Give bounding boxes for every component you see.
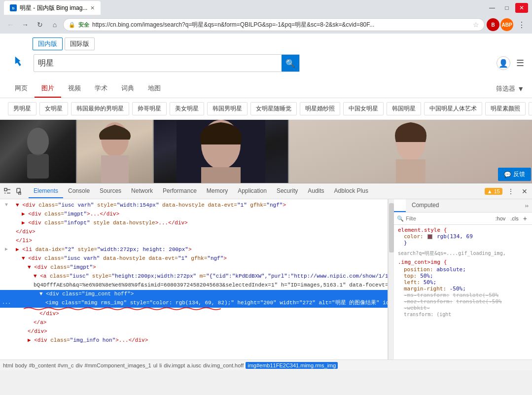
tab-sources[interactable]: Sources <box>95 184 126 198</box>
code-line-6[interactable]: ▶ ▶ <li data-idx="2" style="width:272px;… <box>0 246 388 254</box>
breadcrumb-vm-c[interactable]: #vm_c <box>58 362 73 368</box>
category-tag-9[interactable]: 韩国明星 <box>387 102 421 115</box>
category-tag-10[interactable]: 中国明星人体艺术 <box>424 102 482 115</box>
browser-tab[interactable]: b 明星 - 国内版 Bing imag... ✕ <box>4 1 101 15</box>
tab-memory[interactable]: Memory <box>202 184 233 198</box>
devtools-more-button[interactable]: ⋮ <box>505 186 516 197</box>
feedback-button[interactable]: 💬 反馈 <box>498 168 531 181</box>
styles-tab-computed[interactable]: Computed <box>406 199 445 212</box>
search-button[interactable]: 🔍 <box>282 55 299 72</box>
tab-audits[interactable]: Audits <box>303 184 329 198</box>
tab-elements[interactable]: Elements <box>29 184 63 198</box>
color-swatch[interactable] <box>427 234 432 239</box>
url-bar[interactable]: 🔒 安全 https://cn.bing.com/images/search?q… <box>63 18 485 31</box>
category-tag-3[interactable]: 帅哥明星 <box>132 102 167 115</box>
warning-badge[interactable]: ▲ 15 <box>485 188 502 195</box>
top-property[interactable]: top: 50%; <box>398 273 528 279</box>
user-icon[interactable]: 👤 <box>497 56 510 70</box>
filter-cls-button[interactable]: .cls <box>508 214 521 223</box>
image-cell-4[interactable] <box>289 120 532 183</box>
ms-transform-property[interactable]: -ms-transform: translate(-50% <box>398 292 528 298</box>
search-box[interactable]: 🔍 <box>34 54 300 72</box>
category-tag-6[interactable]: 女明星随睡觉 <box>250 102 297 115</box>
tab-network[interactable]: Network <box>126 184 158 198</box>
breadcrumb-body[interactable]: body <box>15 362 27 368</box>
back-button[interactable]: ← <box>4 18 17 31</box>
minimize-button[interactable]: — <box>486 3 498 13</box>
breadcrumb-div-img-cont[interactable]: div.img_cont.hoff <box>203 362 244 368</box>
category-tag-12[interactable]: 合成明星 <box>529 102 532 115</box>
breadcrumb-a-iusc[interactable]: a.iusc <box>187 362 201 368</box>
image-cell-2[interactable] <box>77 120 153 183</box>
code-line-2[interactable]: ▶ <div class="imgpt">...</div> <box>0 210 388 219</box>
forward-button[interactable]: → <box>19 18 32 31</box>
code-line-10[interactable]: bQ4DfffAEsDh&q=%e6%98%8e%e6%98%9f&simid=… <box>0 281 388 290</box>
inspect-element-icon[interactable] <box>2 186 13 197</box>
devtools-close-button[interactable]: ✕ <box>519 186 530 197</box>
nav-map[interactable]: 地图 <box>141 80 168 98</box>
browser-menu-button[interactable]: ⋮ <box>515 18 528 31</box>
code-line-4[interactable]: </div> <box>0 228 388 237</box>
nav-webpage[interactable]: 网页 <box>8 80 35 98</box>
code-line-9[interactable]: ▼ <a class="iusc" style="height:200px;wi… <box>0 272 388 281</box>
category-tag-0[interactable]: 男明星 <box>8 102 36 115</box>
tab-close-button[interactable]: ✕ <box>90 5 95 11</box>
moz-transform-property[interactable]: -moz-transform: translate(-50% <box>398 298 528 305</box>
code-line-3[interactable]: ▶ <div class="infopt" style data-hovstyl… <box>0 219 388 228</box>
scrollbar-thumb[interactable] <box>389 203 394 252</box>
tab-adblock[interactable]: Adblock Plus <box>329 184 373 198</box>
code-line-1[interactable]: ▼ ▼ <div class="iusc varh" style="width:… <box>0 201 388 210</box>
extension-btn-2[interactable]: ABP <box>500 18 513 31</box>
nav-images[interactable]: 图片 <box>35 80 61 98</box>
tab-application[interactable]: Application <box>233 184 272 198</box>
styles-tab-styles[interactable] <box>394 199 406 212</box>
nav-video[interactable]: 视频 <box>61 80 88 98</box>
region-tab-international[interactable]: 国际版 <box>65 37 95 50</box>
position-property[interactable]: position: absolute; <box>398 266 528 273</box>
breadcrumb-li[interactable]: li <box>159 362 162 368</box>
webkit-transform-property[interactable]: -webkit- <box>398 305 528 311</box>
code-line-14[interactable]: </a> <box>0 319 388 327</box>
extension-btn-1[interactable]: B <box>487 18 499 31</box>
tab-security[interactable]: Security <box>272 184 303 198</box>
code-line-7[interactable]: ▼ <div class="iusc varh" data-hovstyle d… <box>0 254 388 263</box>
code-line-8[interactable]: ▼ <div class="imgpt"> <box>0 263 388 272</box>
device-toolbar-icon[interactable] <box>14 186 25 197</box>
breadcrumb-mm-component[interactable]: #mmComponent_images_1 <box>85 362 151 368</box>
tab-console[interactable]: Console <box>63 184 95 198</box>
category-tag-4[interactable]: 美女明星 <box>170 102 204 115</box>
refresh-button[interactable]: ↻ <box>34 18 46 31</box>
filter-button[interactable]: 筛选器 ▼ <box>496 84 524 93</box>
breadcrumb-b-content[interactable]: #b_content <box>29 362 56 368</box>
code-line-16[interactable]: ▶ <div class="img_info hon">...</div> <box>0 336 388 345</box>
category-tag-7[interactable]: 明星婚纱照 <box>300 102 340 115</box>
filter-add-button[interactable]: + <box>521 214 529 223</box>
style-source-link[interactable]: search?q=明星&qs=....gif_loading_img, <box>398 250 528 257</box>
color-property[interactable]: color: rgb(134, 69 <box>398 233 528 240</box>
category-tag-11[interactable]: 明星素颜照 <box>485 102 526 115</box>
filter-hov-button[interactable]: :hov <box>493 214 508 223</box>
category-tag-8[interactable]: 中国女明星 <box>343 102 384 115</box>
nav-dictionary[interactable]: 词典 <box>114 80 141 98</box>
breadcrumb-div-imgpt[interactable]: div.imgpt <box>164 362 185 368</box>
code-line-11[interactable]: ▼ <div class="img_cont hoff"> <box>0 290 388 299</box>
bookmark-icon[interactable]: ☆ <box>473 21 479 29</box>
dom-tree-scrollbar[interactable] <box>388 199 394 359</box>
breadcrumb-div[interactable]: div <box>75 362 82 368</box>
left-property[interactable]: left: 50%; <box>398 279 528 286</box>
code-area[interactable]: ▼ ▼ <div class="iusc varh" style="width:… <box>0 199 388 359</box>
close-button[interactable]: ✕ <box>515 3 528 13</box>
nav-academic[interactable]: 学术 <box>88 80 114 98</box>
tab-performance[interactable]: Performance <box>158 184 202 198</box>
bing-menu-icon[interactable]: ☰ <box>516 58 524 69</box>
code-line-13[interactable]: </div> <box>0 310 388 319</box>
styles-filter-input[interactable] <box>406 215 493 221</box>
maximize-button[interactable]: □ <box>500 3 513 13</box>
image-cell-1[interactable] <box>0 120 76 183</box>
code-line-15[interactable]: </div> <box>0 327 388 336</box>
search-input[interactable] <box>38 59 282 68</box>
breadcrumb-html[interactable]: html <box>3 362 13 368</box>
code-line-5[interactable]: </li> <box>0 237 388 246</box>
category-tag-2[interactable]: 韩国最帅的男明星 <box>71 102 129 115</box>
image-cell-3[interactable] <box>154 120 288 183</box>
